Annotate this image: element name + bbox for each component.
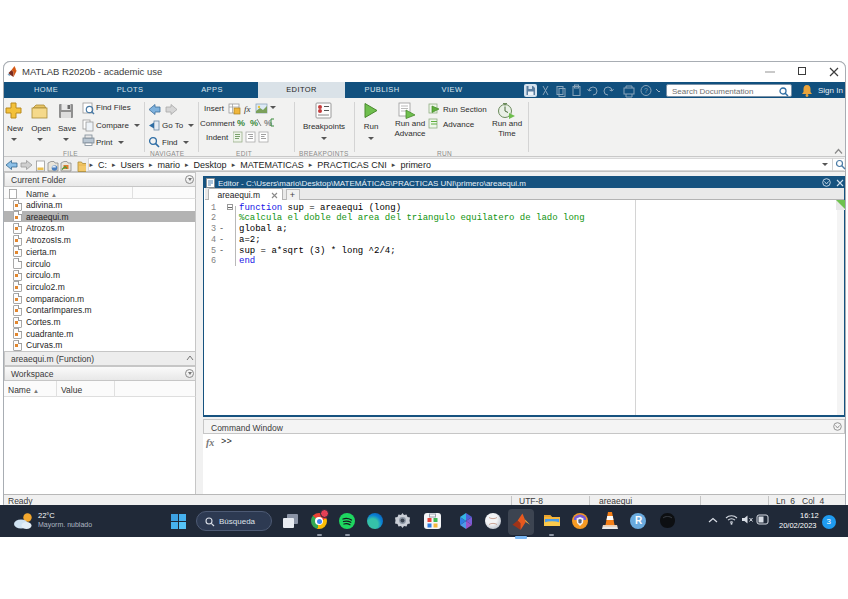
svg-text:fx: fx — [244, 104, 251, 114]
svg-text:?: ? — [644, 87, 648, 94]
svg-text:%: % — [237, 118, 245, 128]
